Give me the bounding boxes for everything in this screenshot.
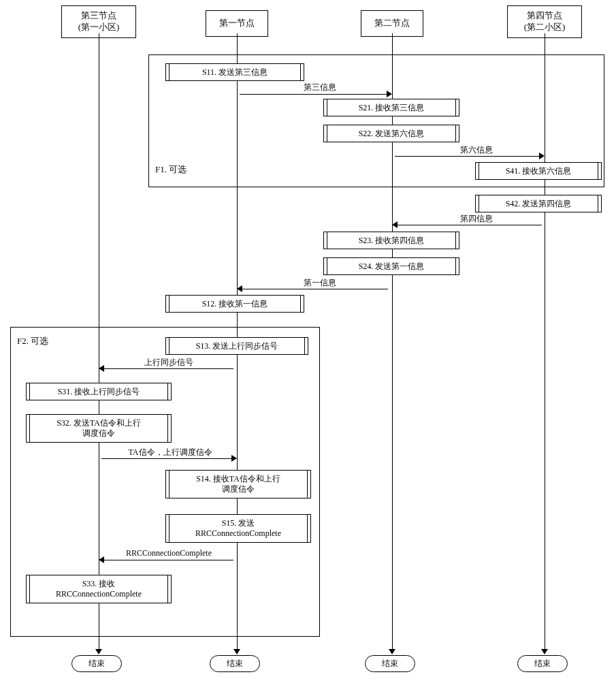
lifeline-arrow-3 — [389, 649, 395, 654]
msg-m3-line — [240, 94, 388, 95]
step-s31: S31. 接收上行同步信号 — [29, 383, 168, 400]
msg-ta-line — [101, 458, 233, 459]
step-s11: S11. 发送第三信息 — [169, 63, 301, 81]
msg-ta-arrow — [231, 455, 237, 462]
terminator-3: 结束 — [365, 655, 415, 672]
msg-m6-label: 第六信息 — [442, 144, 510, 156]
msg-m4-line — [398, 225, 542, 225]
step-s11-label: S11. 发送第三信息 — [202, 67, 268, 78]
step-s14: S14. 接收TA信令和上行 调度信令 — [169, 470, 308, 498]
step-s23: S23. 接收第四信息 — [327, 232, 456, 249]
step-s41-label: S41. 接收第六信息 — [506, 166, 572, 176]
terminator-2: 结束 — [210, 655, 260, 672]
step-s22-label: S22. 发送第六信息 — [359, 129, 425, 139]
msg-ta-label: TA信令，上行调度信令 — [109, 447, 231, 458]
msg-m1-line — [242, 289, 388, 289]
lifeline-arrow-1 — [95, 649, 102, 654]
step-s32: S32. 发送TA信令和上行 调度信令 — [29, 414, 168, 443]
step-s21-label: S21. 接收第三信息 — [359, 103, 425, 113]
msg-uplink-arrow — [99, 365, 104, 372]
step-s23-label: S23. 接收第四信息 — [359, 236, 425, 246]
step-s41: S41. 接收第六信息 — [479, 162, 598, 180]
step-s42: S42. 发送第四信息 — [479, 195, 598, 212]
msg-m3-label: 第三信息 — [286, 82, 354, 93]
msg-m4-label: 第四信息 — [442, 213, 510, 225]
step-s15: S15. 发送 RRCConnectionComplete — [169, 514, 308, 543]
msg-m1-label: 第一信息 — [286, 277, 354, 289]
step-s32-label: S32. 发送TA信令和上行 调度信令 — [56, 418, 141, 439]
msg-rrc-arrow — [99, 556, 104, 563]
terminator-4: 结束 — [517, 655, 568, 672]
msg-m3-arrow — [387, 91, 392, 97]
frame-f2-label: F2. 可选 — [17, 335, 48, 347]
frame-f1-label: F1. 可选 — [155, 163, 187, 176]
step-s21: S21. 接收第三信息 — [327, 99, 456, 116]
step-s24: S24. 发送第一信息 — [327, 257, 456, 275]
msg-rrc-label: RRCConnectionComplete — [108, 548, 230, 558]
step-s15-label: S15. 发送 RRCConnectionComplete — [195, 518, 281, 539]
step-s13: S13. 发送上行同步信号 — [169, 337, 305, 355]
msg-uplink-label: 上行同步信号 — [128, 357, 210, 368]
msg-m1-arrow — [237, 285, 242, 292]
step-s14-label: S14. 接收TA信令和上行 调度信令 — [196, 474, 280, 494]
msg-rrc-line — [104, 560, 233, 560]
step-s12-label: S12. 接收第一信息 — [202, 299, 268, 309]
step-s33-label: S33. 接收 RRCConnectionComplete — [56, 579, 142, 599]
msg-m6-arrow — [539, 153, 545, 159]
step-s42-label: S42. 发送第四信息 — [506, 199, 572, 209]
msg-m4-arrow — [392, 221, 398, 228]
msg-m6-line — [395, 156, 540, 157]
step-s13-label: S13. 发送上行同步信号 — [196, 341, 278, 351]
terminator-1: 结束 — [71, 655, 122, 672]
msg-uplink-line — [104, 368, 233, 369]
step-s12: S12. 接收第一信息 — [169, 295, 301, 313]
step-s31-label: S31. 接收上行同步信号 — [58, 387, 140, 397]
step-s24-label: S24. 发送第一信息 — [359, 262, 425, 272]
step-s33: S33. 接收 RRCConnectionComplete — [29, 575, 168, 603]
lifeline-arrow-2 — [233, 649, 240, 654]
lifeline-arrow-4 — [541, 649, 548, 654]
step-s22: S22. 发送第六信息 — [327, 125, 456, 142]
